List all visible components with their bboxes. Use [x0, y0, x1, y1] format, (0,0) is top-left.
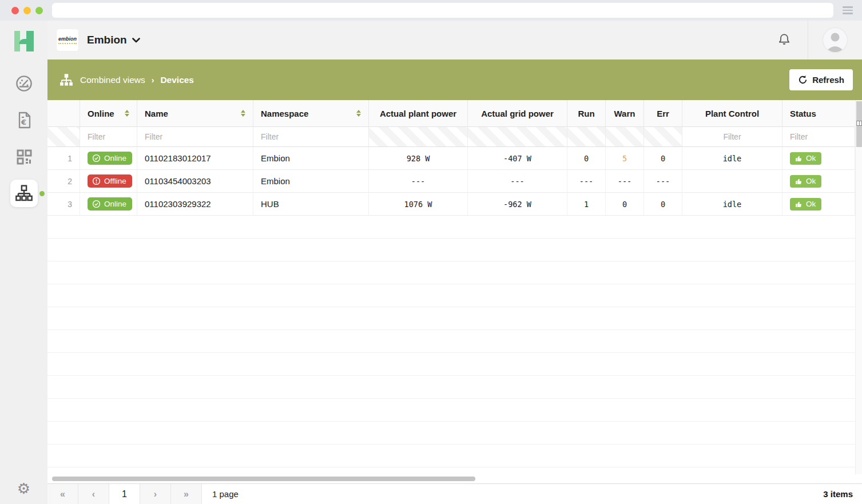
- vertical-scrollbar[interactable]: [855, 100, 862, 474]
- sidebar-item-settings[interactable]: ⚙: [17, 481, 30, 496]
- top-header: embion Embion: [47, 21, 862, 59]
- filter-disabled: [567, 127, 606, 146]
- app-logo[interactable]: [13, 30, 35, 53]
- org-switcher[interactable]: Embion: [87, 34, 140, 46]
- grid-power-cell: -962 W: [468, 193, 567, 215]
- filter-status-input[interactable]: [790, 132, 847, 141]
- plant-power-cell: 928 W: [369, 147, 468, 169]
- breadcrumb-combined-views[interactable]: Combined views: [80, 75, 145, 85]
- combined-views-icon: [59, 73, 73, 87]
- svg-text:€: €: [21, 118, 26, 126]
- check-circle-icon: [92, 154, 101, 162]
- filter-namespace: [253, 127, 369, 146]
- sort-icon[interactable]: [120, 110, 129, 117]
- sidebar-item-modules[interactable]: [10, 143, 38, 170]
- header-plant-control: Plant Control: [682, 100, 782, 126]
- org-logo-text: embion: [58, 36, 77, 44]
- sidebar: €: [0, 21, 47, 504]
- plant-power-cell: ---: [369, 170, 468, 192]
- run-cell: 1: [567, 193, 606, 215]
- filter-disabled: [468, 127, 567, 146]
- grid-header-row: Online Name Namespace Actual plant power…: [47, 100, 855, 127]
- horizontal-scrollbar-thumb[interactable]: [52, 477, 475, 481]
- sort-icon[interactable]: [236, 110, 245, 117]
- active-indicator-dot: [39, 191, 45, 196]
- last-page-button[interactable]: »: [171, 484, 202, 504]
- thumbs-up-icon: [795, 200, 803, 208]
- header-name[interactable]: Name: [137, 100, 253, 126]
- filter-name-input[interactable]: [145, 132, 245, 141]
- grid-columns-icon: [856, 121, 862, 126]
- online-cell: Online: [80, 193, 137, 215]
- logo-shape: [19, 39, 29, 44]
- empty-row: [47, 239, 855, 261]
- online-badge: Online: [88, 152, 132, 165]
- row-number: 1: [47, 147, 80, 169]
- filter-plant-control-input[interactable]: [690, 132, 774, 141]
- err-cell: 0: [644, 193, 682, 215]
- filter-name: [137, 127, 253, 146]
- invoice-icon: €: [15, 110, 33, 130]
- filter-disabled: [644, 127, 682, 146]
- devices-grid: Online Name Namespace Actual plant power…: [47, 100, 862, 474]
- minimize-window-button[interactable]: [23, 7, 31, 14]
- header-online[interactable]: Online: [80, 100, 137, 126]
- online-cell: Offline: [80, 170, 137, 192]
- bell-icon: [777, 33, 792, 47]
- empty-row: [47, 330, 855, 353]
- sort-icon[interactable]: [352, 110, 361, 117]
- thumbs-up-icon: [795, 177, 803, 185]
- header-err: Err: [644, 100, 682, 126]
- horizontal-scrollbar[interactable]: [47, 474, 862, 483]
- thumbs-up-icon: [795, 154, 803, 162]
- close-window-button[interactable]: [11, 7, 19, 14]
- empty-row: [47, 284, 855, 307]
- table-row[interactable]: 2 Offline 01103454003203 Embion --- ---: [47, 170, 855, 193]
- namespace-cell: HUB: [253, 193, 369, 215]
- address-bar[interactable]: [52, 3, 833, 18]
- alert-circle-icon: [92, 177, 101, 185]
- filter-status: [782, 127, 855, 146]
- first-page-button[interactable]: «: [47, 484, 78, 504]
- org-name: Embion: [87, 34, 127, 46]
- table-row[interactable]: 1 Online 01102183012017 Embion 928 W -40…: [47, 147, 855, 170]
- plant-control-cell: idle: [682, 193, 782, 215]
- refresh-button[interactable]: Refresh: [789, 69, 853, 90]
- refresh-label: Refresh: [812, 75, 844, 85]
- status-ok-badge: Ok: [790, 175, 821, 188]
- status-cell: Ok: [782, 147, 855, 169]
- pagination-bar: « ‹ 1 › » 1 page 3 items: [47, 483, 862, 504]
- header-run: Run: [567, 100, 606, 126]
- online-cell: Online: [80, 147, 137, 169]
- devices-tree-icon: [15, 185, 33, 202]
- filter-namespace-input[interactable]: [261, 132, 361, 141]
- sidebar-item-dashboard[interactable]: [10, 70, 38, 97]
- status-ok-badge: Ok: [790, 198, 821, 211]
- maximize-window-button[interactable]: [35, 7, 43, 14]
- header-actual-plant-power: Actual plant power: [369, 100, 468, 126]
- empty-row: [47, 216, 855, 239]
- browser-menu-icon[interactable]: [841, 4, 854, 17]
- avatar: [823, 28, 847, 52]
- check-circle-icon: [92, 200, 101, 208]
- err-cell: 0: [644, 147, 682, 169]
- empty-row: [47, 307, 855, 330]
- namespace-cell: Embion: [253, 147, 369, 169]
- gauge-icon: [14, 74, 34, 93]
- items-count-label: 3 items: [823, 484, 862, 504]
- next-page-button[interactable]: ›: [140, 484, 171, 504]
- user-menu-button[interactable]: [808, 21, 862, 59]
- filter-online-input[interactable]: [88, 132, 129, 141]
- previous-page-button[interactable]: ‹: [78, 484, 109, 504]
- run-cell: 0: [567, 147, 606, 169]
- sidebar-item-devices[interactable]: [10, 180, 38, 207]
- offline-badge: Offline: [88, 174, 132, 188]
- table-row[interactable]: 3 Online 01102303929322 HUB 1076 W -962 …: [47, 193, 855, 216]
- current-page-button[interactable]: 1: [109, 484, 140, 504]
- sidebar-item-billing[interactable]: €: [10, 106, 38, 134]
- row-number: 2: [47, 170, 80, 192]
- breadcrumb-devices: Devices: [160, 75, 194, 85]
- org-logo: embion: [57, 29, 78, 51]
- header-namespace[interactable]: Namespace: [253, 100, 369, 126]
- notifications-button[interactable]: [761, 21, 808, 59]
